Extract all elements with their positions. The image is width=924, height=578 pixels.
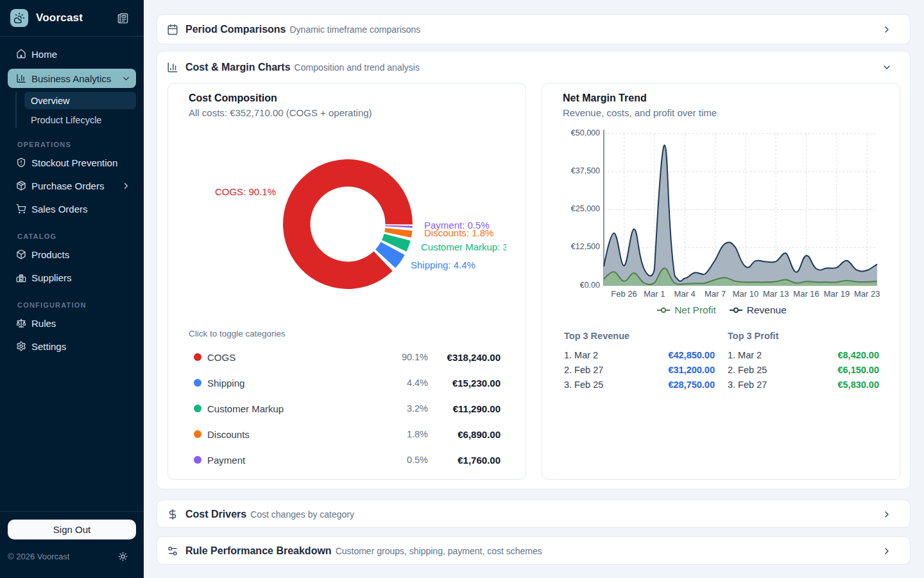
svg-text:Mar 19: Mar 19	[824, 289, 850, 299]
svg-text:Customer Markup: 3.2%: Customer Markup: 3.2%	[421, 241, 506, 252]
svg-text:COGS: 90.1%: COGS: 90.1%	[215, 186, 276, 197]
svg-text:Feb 26: Feb 26	[611, 289, 637, 299]
svg-text:Shipping: 4.4%: Shipping: 4.4%	[411, 259, 475, 270]
svg-text:Mar 1: Mar 1	[644, 289, 665, 299]
svg-text:Mar 23: Mar 23	[854, 289, 880, 299]
svg-text:Mar 10: Mar 10	[733, 289, 758, 299]
svg-text:Mar 7: Mar 7	[705, 289, 726, 299]
svg-text:Discounts: 1.8%: Discounts: 1.8%	[424, 227, 493, 238]
svg-text:Mar 16: Mar 16	[793, 289, 819, 299]
svg-text:Mar 4: Mar 4	[674, 289, 696, 299]
svg-text:€37,500: €37,500	[571, 166, 600, 175]
svg-text:€25,000: €25,000	[571, 204, 600, 213]
svg-text:€0.00: €0.00	[580, 281, 600, 290]
svg-text:Mar 13: Mar 13	[763, 289, 789, 299]
svg-text:€50,000: €50,000	[571, 128, 600, 137]
svg-text:€12,500: €12,500	[571, 242, 600, 251]
